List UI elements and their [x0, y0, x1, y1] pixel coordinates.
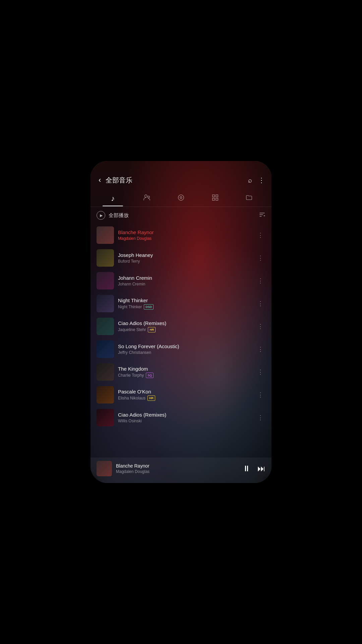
now-playing-info: Blanche Raynor Magdalen Douglas — [116, 463, 239, 474]
song-subtitle: Night Thinker DSD — [118, 304, 251, 310]
song-subtitle: Johann Cremin — [118, 282, 251, 286]
now-playing-bar[interactable]: Blanche Raynor Magdalen Douglas ⏸ ⏭ — [90, 458, 272, 483]
svg-point-2 — [178, 195, 184, 201]
song-subtitle: Buford Terry — [118, 259, 251, 264]
song-list: Blanche Raynor Magdalen Douglas ⋮ Joseph… — [90, 224, 272, 458]
now-playing-artist: Magdalen Douglas — [116, 469, 239, 474]
song-info: Pascale O'Kon Elisha Nikolaus HR — [118, 389, 251, 401]
song-item[interactable]: Ciao Adios (Remixes) Jaqueline Stehr HR … — [90, 315, 272, 338]
song-more-button[interactable]: ⋮ — [255, 321, 265, 331]
song-item[interactable]: The Kingdom Charlie Torphy SQ ⋮ — [90, 361, 272, 383]
svg-rect-4 — [212, 195, 214, 197]
song-thumbnail — [97, 340, 114, 358]
songs-tab-icon: ♪ — [111, 194, 115, 203]
artists-tab-icon — [143, 194, 150, 203]
song-title: Night Thinker — [118, 298, 251, 303]
song-title: The Kingdom — [118, 366, 251, 372]
grid-tab-icon — [212, 194, 219, 203]
song-more-button[interactable]: ⋮ — [255, 367, 265, 377]
song-subtitle: Elisha Nikolaus HR — [118, 395, 251, 401]
back-button[interactable]: ‹ — [97, 174, 102, 186]
search-icon[interactable]: ⌕ — [248, 176, 252, 184]
song-item[interactable]: So Long Forever (Acoustic) Jeffry Christ… — [90, 338, 272, 361]
song-subtitle: Magdalen Douglas — [118, 236, 251, 241]
song-title: So Long Forever (Acoustic) — [118, 343, 251, 349]
song-title: Joseph Heaney — [118, 252, 251, 258]
svg-point-0 — [145, 195, 147, 197]
song-info: Ciao Adios (Remixes) Willis Osinski — [118, 412, 251, 423]
song-item[interactable]: Night Thinker Night Thinker DSD ⋮ — [90, 292, 272, 315]
song-thumbnail — [97, 318, 114, 335]
svg-point-3 — [180, 197, 182, 199]
song-info: Blanche Raynor Magdalen Douglas — [118, 229, 251, 241]
phone-frame: ‹ 全部音乐 ⌕ ⋮ ♪ — [90, 161, 272, 483]
song-thumbnail — [97, 272, 114, 289]
song-title: Ciao Adios (Remixes) — [118, 412, 251, 418]
song-thumbnail — [97, 409, 114, 426]
song-subtitle: Jeffry Christiansen — [118, 350, 251, 355]
song-item[interactable]: Ciao Adios (Remixes) Willis Osinski ⋮ — [90, 406, 272, 429]
song-more-button[interactable]: ⋮ — [255, 344, 265, 354]
song-artist: Johann Cremin — [118, 282, 145, 286]
quality-badge: HR — [147, 395, 155, 401]
song-artist: Jeffry Christiansen — [118, 350, 151, 355]
tab-folder[interactable] — [232, 191, 266, 207]
albums-tab-icon — [177, 194, 185, 203]
tab-grid[interactable] — [198, 191, 232, 207]
tab-artists[interactable] — [130, 191, 164, 207]
song-subtitle: Jaqueline Stehr HR — [118, 327, 251, 333]
now-playing-thumb — [97, 461, 112, 476]
song-thumbnail — [97, 226, 114, 244]
song-artist: Elisha Nikolaus — [118, 396, 145, 400]
quality-badge: HR — [148, 327, 156, 333]
now-playing-title: Blanche Raynor — [116, 463, 239, 469]
more-menu-icon[interactable]: ⋮ — [258, 176, 265, 184]
song-title: Pascale O'Kon — [118, 389, 251, 394]
song-item[interactable]: Pascale O'Kon Elisha Nikolaus HR ⋮ — [90, 383, 272, 406]
play-all-button[interactable]: ▶ — [97, 211, 105, 220]
skip-next-button[interactable]: ⏭ — [257, 464, 265, 473]
song-thumbnail — [97, 386, 114, 404]
content-area: ‹ 全部音乐 ⌕ ⋮ ♪ — [90, 161, 272, 483]
quality-badge: SQ — [146, 373, 154, 378]
song-thumbnail — [97, 295, 114, 312]
folder-tab-icon — [245, 194, 253, 203]
song-item[interactable]: Joseph Heaney Buford Terry ⋮ — [90, 247, 272, 269]
song-title: Blanche Raynor — [118, 229, 251, 235]
song-artist: Buford Terry — [118, 259, 140, 264]
song-title: Johann Cremin — [118, 275, 251, 281]
song-subtitle: Charlie Torphy SQ — [118, 373, 251, 378]
quality-badge: DSD — [144, 304, 154, 310]
tab-songs[interactable]: ♪ — [96, 192, 130, 206]
song-info: Joseph Heaney Buford Terry — [118, 252, 251, 264]
play-all-label: 全部播放 — [109, 212, 255, 219]
song-item[interactable]: Johann Cremin Johann Cremin ⋮ — [90, 269, 272, 292]
song-more-button[interactable]: ⋮ — [255, 230, 265, 240]
song-more-button[interactable]: ⋮ — [255, 299, 265, 309]
song-info: So Long Forever (Acoustic) Jeffry Christ… — [118, 343, 251, 355]
play-all-bar: ▶ 全部播放 — [90, 207, 272, 224]
pause-button[interactable]: ⏸ — [243, 464, 251, 473]
song-more-button[interactable]: ⋮ — [255, 413, 265, 423]
sort-icon[interactable] — [259, 211, 265, 220]
now-playing-controls: ⏸ ⏭ — [243, 464, 265, 473]
song-thumbnail — [97, 249, 114, 267]
song-info: Ciao Adios (Remixes) Jaqueline Stehr HR — [118, 320, 251, 333]
svg-point-1 — [148, 196, 150, 198]
tab-albums[interactable] — [164, 191, 198, 207]
song-artist: Magdalen Douglas — [118, 236, 152, 241]
header-actions: ⌕ ⋮ — [248, 176, 265, 184]
song-info: Johann Cremin Johann Cremin — [118, 275, 251, 286]
song-subtitle: Willis Osinski — [118, 419, 251, 423]
song-artist: Jaqueline Stehr — [118, 327, 146, 332]
page-title: 全部音乐 — [106, 176, 245, 185]
song-more-button[interactable]: ⋮ — [255, 253, 265, 263]
song-title: Ciao Adios (Remixes) — [118, 320, 251, 326]
song-artist: Night Thinker — [118, 305, 142, 309]
song-more-button[interactable]: ⋮ — [255, 390, 265, 400]
song-more-button[interactable]: ⋮ — [255, 276, 265, 286]
song-info: Night Thinker Night Thinker DSD — [118, 298, 251, 310]
svg-rect-6 — [212, 198, 214, 200]
svg-rect-7 — [216, 198, 218, 200]
song-item[interactable]: Blanche Raynor Magdalen Douglas ⋮ — [90, 224, 272, 247]
